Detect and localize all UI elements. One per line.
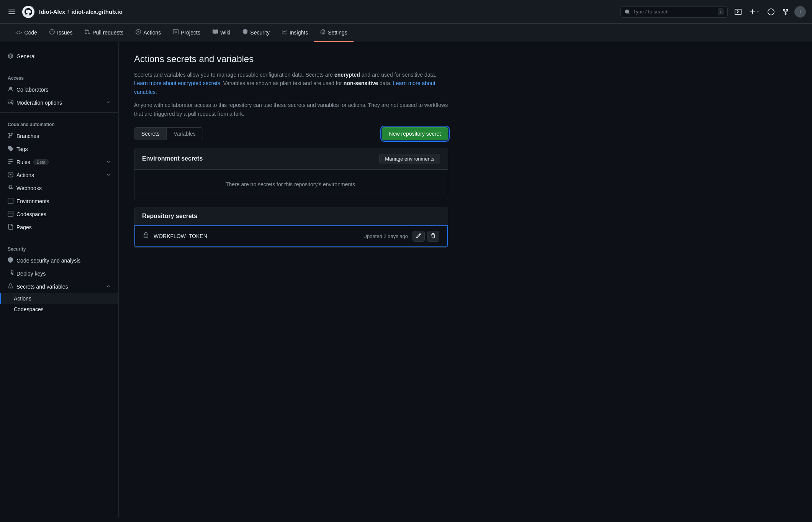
svg-rect-0: [8, 10, 15, 10]
environments-icon: [8, 198, 13, 205]
circle-button[interactable]: [765, 6, 777, 18]
env-secrets-header: Environment secrets Manage environments: [134, 148, 448, 170]
repo-tabs: <> Code Issues Pull requests Actions Pro…: [0, 24, 812, 42]
tab-issues[interactable]: Issues: [43, 24, 79, 42]
hamburger-button[interactable]: [6, 6, 18, 18]
codespaces-icon: [8, 211, 13, 218]
new-secret-button[interactable]: New repository secret: [382, 127, 448, 140]
content-area: Actions secrets and variables Secrets an…: [119, 42, 463, 518]
secret-name: WORKFLOW_TOKEN: [154, 233, 207, 239]
security-icon: [242, 29, 248, 36]
lock-icon: [143, 232, 149, 240]
breadcrumb-repo[interactable]: idiot-alex.github.io: [72, 8, 123, 15]
tab-security[interactable]: Security: [236, 24, 276, 42]
sidebar-item-codespaces[interactable]: Codespaces: [0, 208, 118, 221]
chevron-up-icon-secrets: [106, 284, 111, 290]
repo-secrets-title: Repository secrets: [142, 213, 197, 220]
terminal-button[interactable]: [732, 6, 744, 18]
sidebar-item-branches[interactable]: Branches: [0, 130, 118, 143]
chevron-down-icon: [106, 100, 111, 106]
breadcrumb-sep: /: [67, 8, 69, 15]
tab-wiki[interactable]: Wiki: [206, 24, 236, 42]
sidebar: General Access Collaborators Moderation …: [0, 42, 119, 518]
sidebar-item-code-security[interactable]: Code security and analysis: [0, 254, 118, 267]
sidebar-item-environments[interactable]: Environments: [0, 195, 118, 208]
search-icon: [625, 9, 630, 15]
manage-environments-button[interactable]: Manage environments: [379, 154, 440, 164]
search-box: /: [620, 6, 728, 18]
pullrequest-icon: [85, 29, 90, 36]
sidebar-item-tags[interactable]: Tags: [0, 143, 118, 156]
code-icon: <>: [15, 29, 22, 36]
tag-icon: [8, 146, 13, 153]
tab-actions[interactable]: Actions: [129, 24, 167, 42]
chevron-down-icon-actions: [106, 172, 111, 178]
env-secrets-section: Environment secrets Manage environments …: [134, 148, 448, 199]
settings-icon: [320, 29, 326, 36]
rules-icon: [8, 159, 13, 166]
issues-icon: [49, 29, 55, 36]
person-icon: [8, 86, 13, 93]
repo-secrets-section: Repository secrets WORKFLOW_TOKEN Update…: [134, 207, 448, 248]
pages-icon: [8, 224, 13, 231]
sidebar-item-rules[interactable]: Rules Beta: [0, 156, 118, 169]
breadcrumb-user[interactable]: Idiot-Alex: [39, 8, 65, 15]
tab-insights[interactable]: Insights: [276, 24, 314, 42]
breadcrumb: Idiot-Alex / idiot-alex.github.io: [39, 8, 123, 15]
tab-code[interactable]: <> Code: [9, 24, 43, 42]
env-empty-state: There are no secrets for this repository…: [134, 170, 448, 199]
secret-updated: Updated 2 days ago: [363, 233, 408, 239]
top-nav-actions: I: [732, 6, 806, 18]
search-input[interactable]: [633, 9, 715, 15]
description-2: Anyone with collaborator access to this …: [134, 101, 448, 118]
sidebar-item-actions[interactable]: Actions: [0, 169, 118, 182]
tab-settings[interactable]: Settings: [314, 24, 354, 42]
webhook-icon: [8, 185, 13, 192]
avatar[interactable]: I: [794, 6, 806, 18]
tab-projects[interactable]: Projects: [167, 24, 206, 42]
insights-icon: [282, 29, 287, 36]
tab-variables[interactable]: Variables: [167, 128, 202, 140]
secrets-icon: [8, 283, 13, 290]
sidebar-item-deploy-keys[interactable]: Deploy keys: [0, 267, 118, 280]
gear-icon: [8, 53, 13, 60]
new-repo-button[interactable]: [747, 6, 762, 18]
repo-secrets-header: Repository secrets: [134, 207, 448, 225]
secret-actions: [413, 231, 439, 242]
secret-row-workflow-token: WORKFLOW_TOKEN Updated 2 days ago: [134, 225, 448, 247]
sidebar-item-secrets-variables[interactable]: Secrets and variables: [0, 280, 118, 293]
sidebar-section-security: Security: [0, 240, 118, 254]
codesecurity-icon: [8, 257, 13, 264]
svg-rect-1: [8, 11, 15, 12]
tabs-row: Secrets Variables New repository secret: [134, 127, 448, 140]
beta-badge: Beta: [33, 159, 49, 165]
actions-sidebar-icon: [8, 172, 13, 179]
tab-secrets[interactable]: Secrets: [134, 128, 167, 140]
delete-secret-button[interactable]: [427, 231, 439, 242]
sidebar-sub-item-codespaces[interactable]: Codespaces: [0, 304, 118, 315]
github-logo[interactable]: [22, 6, 34, 18]
sidebar-item-webhooks[interactable]: Webhooks: [0, 182, 118, 195]
edit-secret-button[interactable]: [413, 231, 425, 242]
link-encrypted-secrets[interactable]: Learn more about encrypted secrets: [134, 80, 220, 86]
actions-icon: [136, 29, 141, 36]
svg-rect-2: [8, 13, 15, 14]
wiki-icon: [213, 29, 218, 36]
key-icon: [8, 270, 13, 277]
branches-icon: [8, 133, 13, 140]
git-button[interactable]: [780, 6, 791, 18]
sidebar-item-pages[interactable]: Pages: [0, 221, 118, 234]
chevron-down-icon-rules: [106, 159, 111, 165]
page-title: Actions secrets and variables: [134, 54, 448, 64]
sidebar-item-general[interactable]: General: [0, 50, 118, 63]
sidebar-item-collaborators[interactable]: Collaborators: [0, 83, 118, 96]
search-kbd: /: [718, 8, 724, 15]
sidebar-item-moderation[interactable]: Moderation options: [0, 96, 118, 109]
projects-icon: [173, 29, 178, 36]
tab-pullrequests[interactable]: Pull requests: [79, 24, 129, 42]
main-layout: General Access Collaborators Moderation …: [0, 42, 812, 518]
env-secrets-title: Environment secrets: [142, 155, 203, 162]
tab-group: Secrets Variables: [134, 127, 203, 140]
sidebar-sub-item-actions[interactable]: Actions: [0, 293, 118, 304]
comment-icon: [8, 99, 13, 106]
